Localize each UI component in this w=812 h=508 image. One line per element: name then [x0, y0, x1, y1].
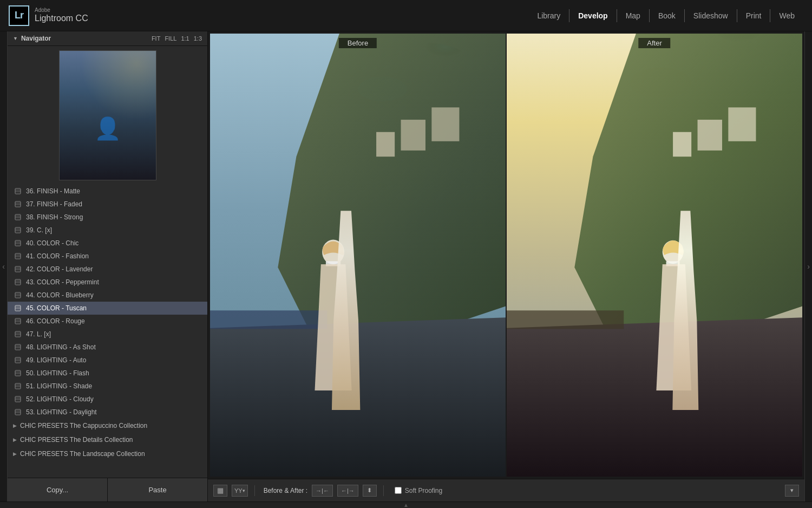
right-panel-toggle[interactable]: › [804, 31, 812, 502]
svg-rect-74 [507, 310, 624, 329]
preset-group-cappuccino[interactable]: ▶ CHIC PRESETS The Cappuccino Collection [8, 419, 207, 433]
nav-develop[interactable]: Develop [569, 9, 617, 22]
nav-slideshow[interactable]: Slideshow [685, 9, 737, 22]
paste-button[interactable]: Paste [108, 478, 207, 502]
nav-book[interactable]: Book [650, 9, 685, 22]
svg-rect-36 [15, 344, 21, 350]
color-mode-label: YY [234, 487, 243, 494]
toolbar-expand-button[interactable]: ▾ [785, 485, 799, 497]
preset-item-49[interactable]: 49. LIGHTING - Auto [8, 354, 207, 367]
svg-rect-9 [15, 227, 21, 233]
navigator-thumbnail [59, 50, 156, 180]
nav-web[interactable]: Web [770, 9, 803, 22]
preset-item-46[interactable]: 46. COLOR - Rouge [8, 315, 207, 328]
svg-rect-45 [15, 383, 21, 389]
left-arrow-icon: ‹ [2, 262, 5, 271]
top-bar: Lr Adobe Lightroom CC Library Develop Ma… [0, 0, 812, 31]
nav-print[interactable]: Print [737, 9, 771, 22]
preset-icon-45 [14, 304, 22, 312]
soft-proofing-checkbox[interactable] [395, 487, 402, 494]
preset-item-48[interactable]: 48. LIGHTING - As Shot [8, 341, 207, 354]
svg-marker-61 [210, 317, 506, 477]
main-content: ‹ ▼ Navigator FIT FILL 1:1 1:3 [0, 31, 812, 502]
preset-group-details[interactable]: ▶ CHIC PRESETS The Details Collection [8, 433, 207, 447]
filmstrip-collapse-icon[interactable]: ▲ [403, 502, 409, 508]
preset-item-40[interactable]: 40. COLOR - Chic [8, 237, 207, 250]
preset-icon-47 [14, 330, 22, 338]
svg-rect-18 [15, 266, 21, 272]
preset-icon-51 [14, 382, 22, 390]
svg-rect-70 [673, 132, 691, 157]
preset-item-47[interactable]: 47. L. [x] [8, 328, 207, 341]
svg-rect-24 [15, 292, 21, 298]
zoom-1-3[interactable]: 1:3 [194, 35, 202, 42]
preset-item-38[interactable]: 38. FINISH - Strong [8, 211, 207, 224]
svg-rect-30 [15, 318, 21, 324]
preset-item-41[interactable]: 41. COLOR - Fashion [8, 250, 207, 263]
svg-rect-3 [15, 201, 21, 207]
svg-rect-59 [401, 120, 425, 151]
preset-item-53[interactable]: 53. LIGHTING - Daylight [8, 406, 207, 419]
toolbar-separator-1 [254, 485, 255, 496]
zoom-fill[interactable]: FILL [165, 35, 176, 42]
svg-rect-48 [15, 396, 21, 402]
preset-item-36[interactable]: 36. FINISH - Matte [8, 185, 207, 198]
bottom-toolbar: ▦ YY Before & After : →|← ←|→ ⬍ Soft Pro… [208, 479, 804, 502]
preset-icon-48 [14, 343, 22, 351]
center-content: Before [208, 31, 804, 502]
adobe-label: Adobe [35, 8, 88, 13]
presets-list[interactable]: 36. FINISH - Matte 37. FINISH - Faded 38… [8, 185, 207, 478]
svg-rect-27 [15, 305, 21, 311]
preset-item-45[interactable]: 45. COLOR - Tuscan [8, 302, 207, 315]
preset-group-landscape[interactable]: ▶ CHIC PRESETS The Landscape Collection [8, 447, 207, 461]
app-name: Adobe Lightroom CC [35, 8, 88, 23]
navigator-header: ▼ Navigator FIT FILL 1:1 1:3 [8, 31, 207, 46]
preset-group-landscape-label: CHIC PRESETS The Landscape Collection [20, 450, 145, 458]
zoom-1-1[interactable]: 1:1 [181, 35, 189, 42]
grid-view-button[interactable]: ▦ [213, 485, 227, 497]
lr-logo-icon: Lr [9, 5, 29, 26]
preset-icon-42 [14, 265, 22, 273]
svg-rect-62 [210, 310, 327, 329]
filmstrip-bar: ▲ [0, 502, 812, 508]
navigator-title: ▼ Navigator [13, 35, 51, 42]
color-mode-dropdown[interactable]: YY [232, 485, 248, 497]
preset-item-52[interactable]: 52. LIGHTING - Cloudy [8, 393, 207, 406]
preset-item-37[interactable]: 37. FINISH - Faded [8, 198, 207, 211]
nav-library[interactable]: Library [528, 9, 569, 22]
preset-icon-50 [14, 369, 22, 377]
svg-rect-33 [15, 331, 21, 337]
swap-left-right-button[interactable]: ←|→ [337, 485, 358, 497]
toolbar-separator-2 [383, 485, 384, 496]
preset-icon-52 [14, 395, 22, 403]
preset-item-43[interactable]: 43. COLOR - Peppermint [8, 276, 207, 289]
before-photo-svg [210, 34, 506, 477]
left-panel-toggle[interactable]: ‹ [0, 31, 8, 502]
lightroom-label: Lightroom CC [35, 13, 88, 23]
copy-button[interactable]: Copy... [8, 478, 108, 502]
preset-item-50[interactable]: 50. LIGHTING - Flash [8, 367, 207, 380]
navigator-collapse-icon[interactable]: ▼ [13, 36, 18, 41]
soft-proofing-label: Soft Proofing [405, 487, 442, 494]
svg-rect-0 [15, 188, 21, 194]
svg-rect-12 [15, 240, 21, 246]
before-panel: Before [210, 34, 506, 477]
preset-item-51[interactable]: 51. LIGHTING - Shade [8, 380, 207, 393]
svg-marker-65 [315, 264, 351, 390]
preset-item-42[interactable]: 42. COLOR - Lavender [8, 263, 207, 276]
preset-icon-40 [14, 239, 22, 247]
preset-item-44[interactable]: 44. COLOR - Blueberry [8, 289, 207, 302]
svg-rect-39 [15, 357, 21, 363]
navigator-zoom-options: FIT FILL 1:1 1:3 [152, 35, 202, 42]
zoom-fit[interactable]: FIT [152, 35, 161, 42]
preset-icon-49 [14, 356, 22, 364]
swap-side-by-side-button[interactable]: →|← [312, 485, 333, 497]
swap-top-bottom-button[interactable]: ⬍ [363, 485, 377, 497]
preset-icon-38 [14, 213, 22, 221]
nav-map[interactable]: Map [617, 9, 650, 22]
group-arrow-details: ▶ [13, 437, 17, 442]
preset-icon-53 [14, 408, 22, 416]
preset-item-39[interactable]: 39. C. [x] [8, 224, 207, 237]
chevron-down-icon: ▾ [790, 487, 794, 494]
before-label: Before [339, 38, 377, 48]
